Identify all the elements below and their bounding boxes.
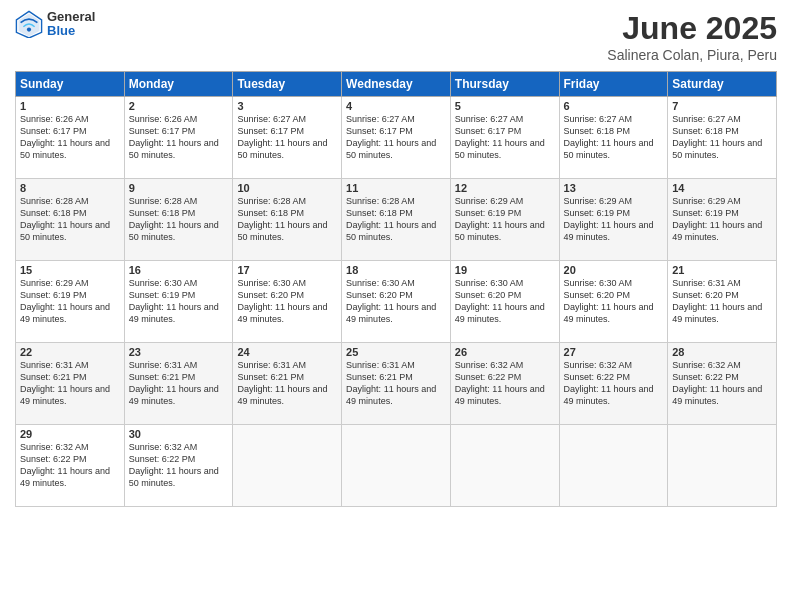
subtitle: Salinera Colan, Piura, Peru — [607, 47, 777, 63]
day-number: 10 — [237, 182, 337, 194]
table-row: 28 Sunrise: 6:32 AMSunset: 6:22 PMDaylig… — [668, 343, 777, 425]
table-row: 16 Sunrise: 6:30 AMSunset: 6:19 PMDaylig… — [124, 261, 233, 343]
day-info: Sunrise: 6:31 AMSunset: 6:21 PMDaylight:… — [237, 360, 327, 406]
table-row: 6 Sunrise: 6:27 AMSunset: 6:18 PMDayligh… — [559, 97, 668, 179]
day-number: 12 — [455, 182, 555, 194]
day-number: 20 — [564, 264, 664, 276]
table-row: 30 Sunrise: 6:32 AMSunset: 6:22 PMDaylig… — [124, 425, 233, 507]
header: General Blue June 2025 Salinera Colan, P… — [15, 10, 777, 63]
day-number: 13 — [564, 182, 664, 194]
table-row — [668, 425, 777, 507]
day-number: 22 — [20, 346, 120, 358]
col-wednesday: Wednesday — [342, 72, 451, 97]
day-number: 11 — [346, 182, 446, 194]
table-row: 29 Sunrise: 6:32 AMSunset: 6:22 PMDaylig… — [16, 425, 125, 507]
day-info: Sunrise: 6:31 AMSunset: 6:21 PMDaylight:… — [346, 360, 436, 406]
day-info: Sunrise: 6:28 AMSunset: 6:18 PMDaylight:… — [20, 196, 110, 242]
day-number: 28 — [672, 346, 772, 358]
table-row: 2 Sunrise: 6:26 AMSunset: 6:17 PMDayligh… — [124, 97, 233, 179]
day-info: Sunrise: 6:30 AMSunset: 6:20 PMDaylight:… — [564, 278, 654, 324]
day-number: 24 — [237, 346, 337, 358]
table-row: 13 Sunrise: 6:29 AMSunset: 6:19 PMDaylig… — [559, 179, 668, 261]
day-info: Sunrise: 6:32 AMSunset: 6:22 PMDaylight:… — [20, 442, 110, 488]
day-number: 27 — [564, 346, 664, 358]
day-number: 19 — [455, 264, 555, 276]
day-info: Sunrise: 6:27 AMSunset: 6:17 PMDaylight:… — [346, 114, 436, 160]
day-info: Sunrise: 6:27 AMSunset: 6:18 PMDaylight:… — [564, 114, 654, 160]
day-number: 4 — [346, 100, 446, 112]
day-info: Sunrise: 6:28 AMSunset: 6:18 PMDaylight:… — [346, 196, 436, 242]
day-number: 25 — [346, 346, 446, 358]
day-info: Sunrise: 6:31 AMSunset: 6:20 PMDaylight:… — [672, 278, 762, 324]
table-row: 20 Sunrise: 6:30 AMSunset: 6:20 PMDaylig… — [559, 261, 668, 343]
day-info: Sunrise: 6:26 AMSunset: 6:17 PMDaylight:… — [129, 114, 219, 160]
table-row: 5 Sunrise: 6:27 AMSunset: 6:17 PMDayligh… — [450, 97, 559, 179]
day-number: 7 — [672, 100, 772, 112]
day-number: 8 — [20, 182, 120, 194]
table-row: 9 Sunrise: 6:28 AMSunset: 6:18 PMDayligh… — [124, 179, 233, 261]
day-info: Sunrise: 6:29 AMSunset: 6:19 PMDaylight:… — [564, 196, 654, 242]
day-number: 16 — [129, 264, 229, 276]
table-row: 1 Sunrise: 6:26 AMSunset: 6:17 PMDayligh… — [16, 97, 125, 179]
main-title: June 2025 — [607, 10, 777, 47]
day-info: Sunrise: 6:26 AMSunset: 6:17 PMDaylight:… — [20, 114, 110, 160]
table-row: 12 Sunrise: 6:29 AMSunset: 6:19 PMDaylig… — [450, 179, 559, 261]
table-row: 10 Sunrise: 6:28 AMSunset: 6:18 PMDaylig… — [233, 179, 342, 261]
day-info: Sunrise: 6:32 AMSunset: 6:22 PMDaylight:… — [129, 442, 219, 488]
col-monday: Monday — [124, 72, 233, 97]
day-info: Sunrise: 6:30 AMSunset: 6:20 PMDaylight:… — [237, 278, 327, 324]
day-number: 17 — [237, 264, 337, 276]
day-number: 6 — [564, 100, 664, 112]
logo-icon — [15, 10, 43, 38]
col-saturday: Saturday — [668, 72, 777, 97]
table-row — [559, 425, 668, 507]
day-info: Sunrise: 6:28 AMSunset: 6:18 PMDaylight:… — [129, 196, 219, 242]
page: General Blue June 2025 Salinera Colan, P… — [0, 0, 792, 612]
logo-general-text: General — [47, 10, 95, 24]
day-info: Sunrise: 6:30 AMSunset: 6:20 PMDaylight:… — [346, 278, 436, 324]
table-row: 11 Sunrise: 6:28 AMSunset: 6:18 PMDaylig… — [342, 179, 451, 261]
svg-point-2 — [27, 28, 31, 32]
table-row: 15 Sunrise: 6:29 AMSunset: 6:19 PMDaylig… — [16, 261, 125, 343]
day-number: 5 — [455, 100, 555, 112]
day-info: Sunrise: 6:32 AMSunset: 6:22 PMDaylight:… — [455, 360, 545, 406]
table-row: 7 Sunrise: 6:27 AMSunset: 6:18 PMDayligh… — [668, 97, 777, 179]
table-row: 19 Sunrise: 6:30 AMSunset: 6:20 PMDaylig… — [450, 261, 559, 343]
day-number: 9 — [129, 182, 229, 194]
table-row: 23 Sunrise: 6:31 AMSunset: 6:21 PMDaylig… — [124, 343, 233, 425]
day-number: 18 — [346, 264, 446, 276]
day-info: Sunrise: 6:31 AMSunset: 6:21 PMDaylight:… — [20, 360, 110, 406]
day-number: 14 — [672, 182, 772, 194]
table-row: 27 Sunrise: 6:32 AMSunset: 6:22 PMDaylig… — [559, 343, 668, 425]
table-row: 26 Sunrise: 6:32 AMSunset: 6:22 PMDaylig… — [450, 343, 559, 425]
calendar-header-row: Sunday Monday Tuesday Wednesday Thursday… — [16, 72, 777, 97]
logo-blue-text: Blue — [47, 24, 95, 38]
day-info: Sunrise: 6:29 AMSunset: 6:19 PMDaylight:… — [672, 196, 762, 242]
table-row: 18 Sunrise: 6:30 AMSunset: 6:20 PMDaylig… — [342, 261, 451, 343]
logo-text: General Blue — [47, 10, 95, 39]
logo: General Blue — [15, 10, 95, 39]
day-info: Sunrise: 6:32 AMSunset: 6:22 PMDaylight:… — [564, 360, 654, 406]
day-info: Sunrise: 6:27 AMSunset: 6:17 PMDaylight:… — [455, 114, 545, 160]
table-row: 22 Sunrise: 6:31 AMSunset: 6:21 PMDaylig… — [16, 343, 125, 425]
day-info: Sunrise: 6:30 AMSunset: 6:19 PMDaylight:… — [129, 278, 219, 324]
col-friday: Friday — [559, 72, 668, 97]
table-row: 3 Sunrise: 6:27 AMSunset: 6:17 PMDayligh… — [233, 97, 342, 179]
day-number: 23 — [129, 346, 229, 358]
table-row — [450, 425, 559, 507]
day-info: Sunrise: 6:32 AMSunset: 6:22 PMDaylight:… — [672, 360, 762, 406]
table-row: 24 Sunrise: 6:31 AMSunset: 6:21 PMDaylig… — [233, 343, 342, 425]
day-number: 29 — [20, 428, 120, 440]
day-number: 30 — [129, 428, 229, 440]
day-number: 1 — [20, 100, 120, 112]
table-row: 21 Sunrise: 6:31 AMSunset: 6:20 PMDaylig… — [668, 261, 777, 343]
day-number: 26 — [455, 346, 555, 358]
calendar-table: Sunday Monday Tuesday Wednesday Thursday… — [15, 71, 777, 507]
day-number: 21 — [672, 264, 772, 276]
day-info: Sunrise: 6:31 AMSunset: 6:21 PMDaylight:… — [129, 360, 219, 406]
col-tuesday: Tuesday — [233, 72, 342, 97]
table-row: 17 Sunrise: 6:30 AMSunset: 6:20 PMDaylig… — [233, 261, 342, 343]
table-row: 14 Sunrise: 6:29 AMSunset: 6:19 PMDaylig… — [668, 179, 777, 261]
table-row — [233, 425, 342, 507]
table-row: 4 Sunrise: 6:27 AMSunset: 6:17 PMDayligh… — [342, 97, 451, 179]
